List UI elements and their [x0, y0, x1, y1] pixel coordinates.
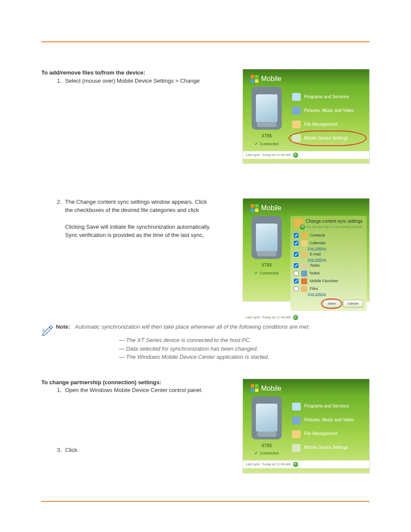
- windows-flag-icon: [251, 384, 258, 392]
- favorites-icon: [301, 278, 307, 284]
- wm-brand-3: Mobile: [251, 383, 281, 393]
- sync-notes[interactable]: Notes: [294, 270, 363, 277]
- email-checkbox[interactable]: [294, 252, 299, 257]
- wm-brand-text: Mobile: [261, 74, 281, 84]
- calendar-sync-settings-link[interactable]: Sync Settings: [294, 246, 363, 251]
- bottom-rule: [41, 501, 370, 502]
- screenshot-change-sync-settings: Mobile XT85 ✔ Connected: [243, 198, 370, 302]
- sync-contacts[interactable]: Contacts: [294, 232, 363, 240]
- email-icon: [301, 252, 307, 258]
- step2-number: 2.: [52, 198, 62, 206]
- windows-flag-icon: [251, 75, 258, 83]
- sync-icon: [293, 152, 298, 158]
- files-sync-settings-link[interactable]: Sync Settings: [294, 292, 363, 296]
- settings-gear-icon: [292, 444, 301, 452]
- menu-file-management[interactable]: File Management: [290, 118, 365, 131]
- sync-icon: [293, 315, 298, 320]
- sync-tasks[interactable]: Tasks: [294, 262, 363, 270]
- sync-settings-subtitle: You can also start or stop syncing conte…: [306, 225, 362, 229]
- tasks-checkbox[interactable]: [294, 263, 299, 268]
- device-name: XT85: [246, 262, 287, 269]
- note-bullet-2: — Data selected for synchronization has …: [41, 345, 370, 353]
- file-management-icon: [292, 121, 301, 128]
- menu-programs-3[interactable]: Programs and Services: [290, 400, 365, 414]
- pencil-icon: [41, 323, 54, 336]
- note-block: Note: Automatic synchronization will the…: [41, 323, 370, 361]
- check-icon: ✔: [255, 451, 258, 456]
- programs-icon: [292, 93, 301, 101]
- menu-mobile-device-settings[interactable]: Mobile Device Settings: [290, 131, 365, 145]
- step2-text-a: The Change content sync settings window …: [65, 199, 207, 205]
- step1-text: Select (mouse over) Mobile Device Settin…: [65, 78, 200, 84]
- files-icon: [301, 286, 307, 292]
- sync-settings-title: Change content sync settings: [306, 218, 362, 225]
- tasks-icon: [301, 263, 307, 269]
- calendar-checkbox[interactable]: [294, 241, 299, 246]
- check-icon: ✔: [255, 271, 258, 276]
- wm-brand: Mobile: [251, 74, 281, 84]
- connected-status: ✔ Connected: [246, 271, 287, 276]
- settings-gear-icon: [292, 134, 301, 142]
- screenshot-partnership-settings: Mobile XT85 ✔ Connected: [243, 379, 370, 473]
- screenshot-mobile-device-settings: Mobile XT85 ✔ Connected: [243, 69, 370, 164]
- menu-file-management-3[interactable]: File Management: [290, 427, 365, 441]
- email-sync-settings-link[interactable]: Sync Settings: [294, 258, 363, 262]
- status-bar: Last sync: Today at 11:48 AM: [243, 151, 369, 159]
- device-image: [252, 87, 282, 130]
- pictures-icon: [292, 417, 301, 424]
- save-button[interactable]: Save: [323, 300, 340, 308]
- note-lead: Automatic synchronization will then take…: [75, 324, 310, 330]
- programs-icon: [292, 403, 301, 411]
- device-name: XT85: [246, 443, 287, 449]
- check-icon: ✔: [255, 141, 258, 147]
- windows-flag-icon: [251, 204, 258, 212]
- menu-pictures-3[interactable]: Pictures, Music and Video: [290, 414, 365, 427]
- sec2-step1-text: Open the Windows Mobile Device Center co…: [65, 387, 202, 393]
- device-image: [252, 396, 282, 439]
- note-bullet-3: — The Windows Mobile Device Center appli…: [41, 353, 370, 361]
- note-bullet-1: — The XT Series device is connected to t…: [41, 336, 370, 345]
- sec2-step3-text: Click: [65, 447, 77, 453]
- sec2-step1-number: 1.: [52, 386, 62, 395]
- contacts-icon: [301, 233, 307, 239]
- sec2-step3-number: 3.: [52, 446, 62, 454]
- status-bar-3: Last sync: Today at 11:40 AM: [243, 460, 369, 468]
- sync-icon: [293, 462, 298, 467]
- device-image: [252, 216, 282, 259]
- notes-icon: [301, 271, 307, 277]
- file-management-icon: [292, 430, 301, 438]
- files-checkbox[interactable]: [294, 286, 299, 291]
- cancel-button[interactable]: Cancel: [343, 300, 363, 308]
- contacts-checkbox[interactable]: [294, 233, 299, 238]
- note-label: Note:: [56, 324, 70, 330]
- connected-status: ✔ Connected: [246, 141, 287, 147]
- device-name: XT85: [246, 133, 287, 140]
- menu-pictures[interactable]: Pictures, Music and Video: [290, 104, 365, 118]
- favorites-checkbox[interactable]: [294, 279, 299, 283]
- menu-programs[interactable]: Programs and Services: [290, 90, 365, 104]
- notes-checkbox[interactable]: [294, 271, 299, 276]
- wm-brand-2: Mobile: [251, 203, 281, 213]
- pictures-icon: [292, 107, 301, 115]
- step1-number: 1.: [52, 77, 62, 85]
- menu-mobile-device-settings-3[interactable]: Mobile Device Settings: [290, 441, 365, 455]
- connected-status: ✔ Connected: [246, 451, 287, 456]
- sync-favorites[interactable]: Mobile Favorites: [294, 277, 363, 285]
- calendar-icon: [301, 240, 307, 246]
- sync-settings-icon: [294, 218, 303, 228]
- status-bar-2: Last sync: Today at 11:48 AM: [243, 314, 369, 321]
